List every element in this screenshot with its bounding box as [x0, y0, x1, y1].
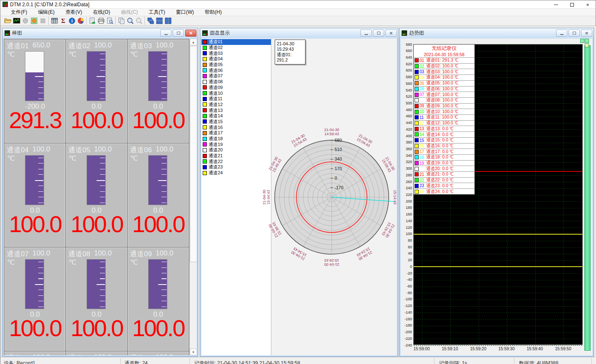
disk-window-maximize-button[interactable]: [373, 30, 384, 37]
legend-color-swatch: [415, 138, 419, 142]
menu-item-7[interactable]: 窗口(W): [171, 9, 199, 16]
data-table-icon[interactable]: [50, 17, 59, 25]
channel-list-item-通道06[interactable]: 通道06: [201, 67, 271, 73]
trend-window-titlebar[interactable]: 趋势图 ×: [400, 28, 594, 37]
zoom-in-icon[interactable]: [126, 17, 134, 25]
tile-vertical-icon[interactable]: [164, 17, 172, 25]
legend-channel-value: 通道24: 0.0 ℃: [426, 189, 454, 194]
y-axis-tick-label: 440: [401, 121, 412, 125]
y-axis-tick-label: 380: [401, 140, 412, 144]
svg-text:21-04-3015:54:43: 21-04-3015:54:43: [291, 133, 308, 148]
disk-window-icon: [202, 30, 208, 36]
record-disabled-icon[interactable]: [21, 17, 30, 25]
print-icon[interactable]: [97, 17, 105, 25]
disk-window-titlebar[interactable]: 圆盘显示 ×: [200, 28, 398, 37]
trend-legend: 无纸记录仪 2021-04-30 15:59:58 01通道01: 291.3 …: [413, 44, 475, 195]
bar-gauge-cell-通道12: 通道12100.0℃0.0100.0: [128, 352, 189, 355]
y-axis-tick-label: 520: [401, 94, 412, 99]
bar-window-close-button[interactable]: ×: [185, 30, 196, 37]
bar-window-titlebar[interactable]: 棒图 ×: [2, 28, 198, 37]
legend-channel-number: 01: [420, 58, 426, 63]
legend-color-swatch: [415, 161, 419, 165]
scroll-corner-icon[interactable]: [585, 39, 589, 43]
channel-list-item-通道08[interactable]: 通道08: [201, 79, 271, 85]
open-file-icon[interactable]: [3, 17, 12, 25]
scroll-corner-icon[interactable]: [580, 39, 584, 43]
legend-color-swatch: [415, 184, 419, 188]
legend-row-06: 06通道06: 100.0 ℃: [414, 87, 474, 92]
gauge-unit: ℃: [130, 50, 138, 58]
bar-gauge-cell-通道02: 通道02100.0℃0.0100.0: [66, 40, 127, 143]
stop-disabled-icon[interactable]: [38, 17, 47, 25]
close-button[interactable]: ×: [580, 0, 596, 9]
pie-chart-icon[interactable]: [76, 17, 85, 25]
bar-vertical-scrollbar[interactable]: ▲ ▼: [189, 39, 196, 355]
channel-list-item-通道03[interactable]: 通道03: [201, 50, 271, 56]
print-preview-icon[interactable]: [105, 17, 114, 25]
scroll-thumb[interactable]: [190, 46, 196, 262]
tile-horizontal-icon[interactable]: [155, 17, 164, 25]
scroll-down-icon[interactable]: ▼: [190, 349, 196, 355]
channel-list-item-通道02[interactable]: 通道02: [201, 45, 271, 51]
trend-window-maximize-button[interactable]: [569, 30, 580, 37]
export-data-icon[interactable]: [88, 17, 97, 25]
y-axis-tick-label: -220: [401, 337, 412, 341]
gauge-mid-tick: [158, 76, 166, 77]
channel-list-item-通道10[interactable]: 通道10: [201, 90, 271, 96]
menu-item-4[interactable]: 在线(O): [87, 9, 115, 16]
gridline-horizontal: [414, 293, 582, 293]
y-axis-tick-label: -60: [401, 284, 412, 288]
legend-channel-value: 通道12: 100.0 ℃: [426, 121, 458, 126]
bar-gauge-cell-通道07: 通道07100.0℃0.0100.0: [5, 248, 65, 351]
y-axis-tick-label: 600: [401, 68, 412, 72]
info-icon[interactable]: i: [67, 17, 76, 25]
gauge-value: 100.0: [128, 314, 188, 342]
menu-item-1[interactable]: 文件(F): [5, 9, 32, 16]
channel-list-item-通道13[interactable]: 通道13: [201, 107, 271, 113]
menu-item-5[interactable]: 曲线(C): [116, 9, 144, 16]
menu-item-6[interactable]: 工具(T): [143, 9, 170, 16]
disk-window-minimize-button[interactable]: [360, 30, 372, 37]
menu-item-2[interactable]: 编辑(E): [32, 9, 60, 16]
trend-window-minimize-button[interactable]: [556, 30, 567, 37]
gauge-track: [25, 155, 44, 205]
channel-list-item-通道04[interactable]: 通道04: [201, 56, 271, 62]
trend-window-close-button[interactable]: ×: [581, 30, 592, 37]
cascade-windows-icon[interactable]: [146, 17, 155, 25]
channel-list-item-通道12[interactable]: 通道12: [201, 102, 271, 108]
scroll-corner-icon[interactable]: [585, 43, 589, 47]
channel-list-item-通道05[interactable]: 通道05: [201, 62, 271, 68]
bar-window-minimize-button[interactable]: [160, 30, 171, 37]
channel-list-item-通道09[interactable]: 通道09: [201, 85, 271, 91]
copy-icon[interactable]: [117, 17, 126, 25]
app-title: DTM 2.0.1 [C:\DTM 2.0.2\RealData]: [10, 2, 89, 7]
bar-gauge-cell-通道11: 通道11100.0℃0.0100.0: [66, 352, 127, 355]
disk-window-close-button[interactable]: ×: [385, 30, 397, 37]
gauge-value: 291.3: [5, 106, 65, 134]
gauge-unit: ℃: [130, 258, 138, 266]
legend-channel-value: 通道10: 100.0 ℃: [426, 109, 458, 114]
y-axis-tick-label: 60: [401, 245, 412, 249]
gauge-channel-name: 通道06: [130, 145, 151, 155]
menu-item-8[interactable]: 帮助(H): [199, 9, 227, 16]
gauge-channel-name: 通道07: [7, 249, 28, 259]
y-axis-tick-label: -80: [401, 291, 412, 295]
channel-list-item-通道11[interactable]: 通道11: [201, 96, 271, 102]
scroll-up-icon[interactable]: ▲: [190, 39, 196, 45]
trend-vertical-scrollbar[interactable]: [584, 45, 591, 351]
menu-item-3[interactable]: 查看(V): [60, 9, 87, 16]
statistics-sigma-icon[interactable]: Σ: [59, 17, 67, 25]
y-axis-tick-label: 680: [401, 42, 412, 47]
zoom-out-disabled-icon[interactable]: [134, 17, 143, 25]
gridline-horizontal: [414, 254, 582, 254]
bar-window-maximize-button[interactable]: [173, 30, 184, 37]
channel-list-item-通道01[interactable]: 通道01: [201, 39, 271, 45]
record-icon[interactable]: [30, 17, 38, 25]
channel-color-swatch: [203, 63, 207, 67]
realtime-curve-icon[interactable]: [12, 17, 21, 25]
channel-list-item-通道07[interactable]: 通道07: [201, 73, 271, 79]
maximize-button[interactable]: [564, 0, 580, 9]
channel-color-swatch: [203, 171, 207, 175]
trend-window-icon: [402, 30, 407, 36]
minimize-button[interactable]: [548, 0, 564, 9]
